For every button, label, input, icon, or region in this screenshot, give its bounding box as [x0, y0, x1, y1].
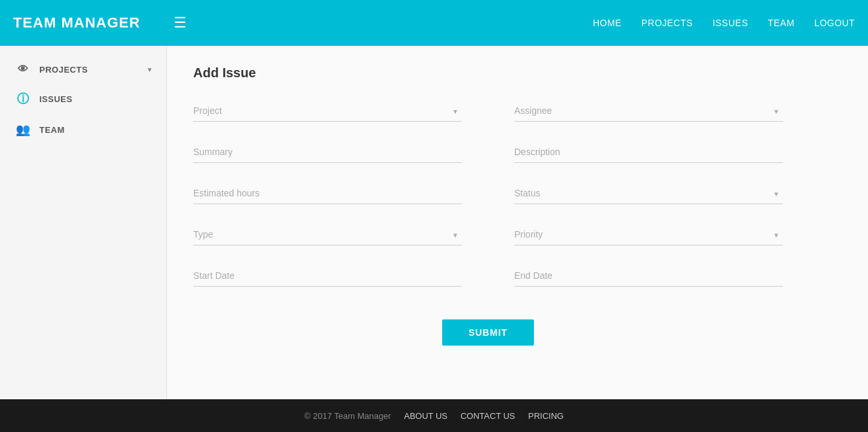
priority-select[interactable]: Priority [514, 224, 783, 245]
assignee-select-wrapper: Assignee ▼ [514, 100, 783, 122]
chevron-down-icon: ▼ [147, 66, 153, 73]
sidebar-label-team: TEAM [39, 125, 153, 135]
project-field: Project ▼ [193, 100, 462, 122]
start-date-field [193, 265, 462, 287]
estimated-hours-input[interactable] [193, 183, 462, 204]
nav-issues[interactable]: ISSUES [713, 18, 748, 28]
brand-title: TEAM MANAGER [13, 14, 174, 31]
status-field: Status ▼ [514, 183, 783, 204]
estimated-hours-field [193, 183, 462, 204]
status-select-wrapper: Status ▼ [514, 183, 783, 204]
footer-about-us[interactable]: ABOUT US [404, 411, 447, 421]
sidebar-label-issues: ISSUES [39, 94, 153, 104]
nav-team[interactable]: TEAM [768, 18, 795, 28]
type-field: Type ▼ [193, 224, 462, 245]
description-input[interactable] [514, 141, 783, 163]
sidebar-item-projects[interactable]: 👁 PROJECTS ▼ [0, 56, 166, 83]
page-title: Add Issue [193, 65, 842, 81]
footer-pricing[interactable]: PRICING [528, 411, 563, 421]
project-select[interactable]: Project [193, 100, 462, 122]
nav-home[interactable]: HOME [593, 18, 622, 28]
info-icon: ⓘ [13, 91, 33, 107]
end-date-input[interactable] [514, 265, 783, 287]
summary-field [193, 141, 462, 163]
top-navigation: TEAM MANAGER ☰ HOME PROJECTS ISSUES TEAM… [0, 0, 868, 46]
footer-copyright: © 2017 Team Manager [305, 411, 391, 421]
submit-button[interactable]: SUBMIT [442, 319, 534, 346]
footer: © 2017 Team Manager ABOUT US CONTACT US … [0, 399, 868, 432]
assignee-select[interactable]: Assignee [514, 100, 783, 122]
project-select-wrapper: Project ▼ [193, 100, 462, 122]
sidebar-item-issues[interactable]: ⓘ ISSUES [0, 83, 166, 115]
end-date-field [514, 265, 783, 287]
nav-logout[interactable]: LOGOUT [814, 18, 855, 28]
sidebar-item-team[interactable]: 👥 TEAM [0, 115, 166, 145]
hamburger-icon[interactable]: ☰ [174, 14, 187, 31]
add-issue-form: Project ▼ Assignee ▼ [193, 100, 783, 346]
type-select-wrapper: Type ▼ [193, 224, 462, 245]
eye-icon: 👁 [13, 63, 33, 75]
assignee-field: Assignee ▼ [514, 100, 783, 122]
nav-projects[interactable]: PROJECTS [641, 18, 693, 28]
type-select[interactable]: Type [193, 224, 462, 245]
start-date-input[interactable] [193, 265, 462, 287]
nav-links: HOME PROJECTS ISSUES TEAM LOGOUT [593, 18, 855, 28]
main-content: Add Issue Project ▼ Assignee ▼ [167, 46, 868, 399]
summary-input[interactable] [193, 141, 462, 163]
submit-row: SUBMIT [193, 319, 783, 346]
sidebar: 👁 PROJECTS ▼ ⓘ ISSUES 👥 TEAM [0, 46, 167, 399]
description-field [514, 141, 783, 163]
team-icon: 👥 [13, 122, 33, 137]
status-select[interactable]: Status [514, 183, 783, 204]
body-wrapper: 👁 PROJECTS ▼ ⓘ ISSUES 👥 TEAM Add Issue P… [0, 46, 868, 399]
priority-field: Priority ▼ [514, 224, 783, 245]
sidebar-label-projects: PROJECTS [39, 65, 147, 75]
priority-select-wrapper: Priority ▼ [514, 224, 783, 245]
footer-contact-us[interactable]: CONTACT US [461, 411, 515, 421]
